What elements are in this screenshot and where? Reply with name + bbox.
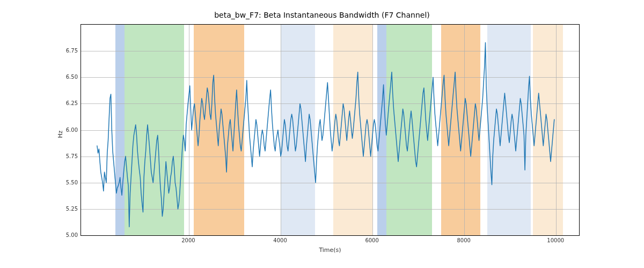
plot-area <box>81 25 579 235</box>
y-axis-label-container: Hz <box>55 0 65 268</box>
y-tick-label: 6.25 <box>56 100 78 106</box>
x-tick-label: 4000 <box>273 237 287 243</box>
y-tick-label: 5.25 <box>56 205 78 211</box>
line-svg <box>81 25 579 235</box>
x-tick-label: 6000 <box>365 237 378 243</box>
x-tick-label: 8000 <box>457 237 470 243</box>
figure: beta_bw_F7: Beta Instantaneous Bandwidth… <box>0 0 644 268</box>
y-tick-label: 5.75 <box>56 153 78 159</box>
y-tick-label: 5.00 <box>56 232 78 238</box>
y-tick-label: 6.50 <box>56 74 78 80</box>
axes <box>80 24 580 236</box>
x-axis-label: Time(s) <box>80 247 580 254</box>
y-tick-label: 6.00 <box>56 126 78 132</box>
x-tick-label: 10000 <box>547 237 564 243</box>
chart-title: beta_bw_F7: Beta Instantaneous Bandwidth… <box>0 11 644 19</box>
y-tick-label: 6.75 <box>56 48 78 54</box>
series-line <box>97 42 554 227</box>
x-tick-label: 2000 <box>181 237 195 243</box>
y-tick-label: 5.50 <box>56 179 78 185</box>
